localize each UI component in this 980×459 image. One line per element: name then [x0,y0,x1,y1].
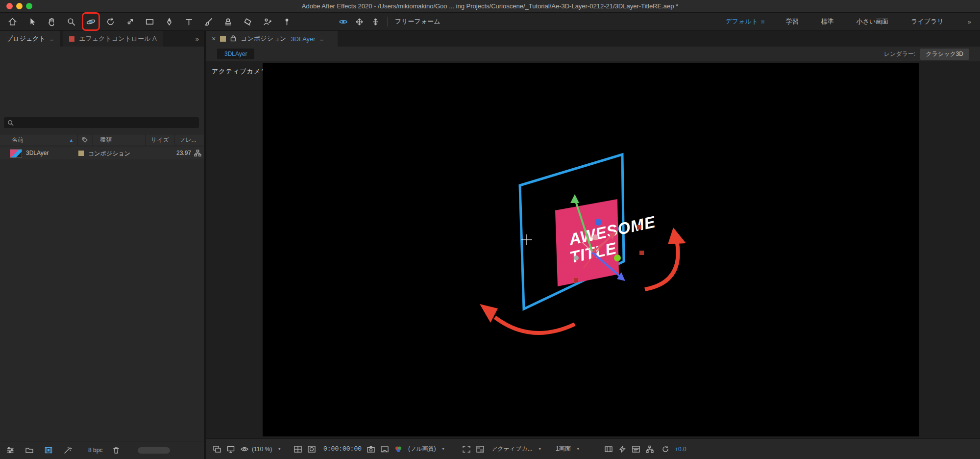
brush-tool[interactable] [202,15,215,28]
rotation-tool[interactable] [104,15,117,28]
gizmo-green-handle[interactable] [614,255,621,261]
renderer-button[interactable]: クラシック3D [920,49,969,60]
eye-icon[interactable] [240,445,249,453]
lock-icon[interactable] [230,35,236,43]
y-axis-arrowhead-icon[interactable] [570,194,579,203]
column-size[interactable]: サイズ [146,134,174,146]
rotate-arrow-right [645,243,678,289]
always-preview-icon[interactable] [213,445,221,453]
wand-icon [63,446,72,455]
mask-visibility-icon[interactable] [307,445,316,453]
sort-ascending-icon[interactable]: ▲ [69,138,74,143]
composition-panel: × コンポジション 3DLAyer ≡ 3DLAyer レンダラー: クラシック… [206,31,980,459]
display-icon[interactable] [226,445,235,453]
comp-mini-flowchart-button[interactable]: 3DLAyer [217,49,254,59]
bit-depth-button[interactable]: 8 bpc [88,447,102,454]
view-layout-select[interactable]: 1画面 ▾ [556,439,579,459]
tab-effect-controls-label: エフェクトコントロール A [79,34,156,43]
workspace-library[interactable]: ライブラリ [900,17,955,26]
minimize-window-button[interactable] [16,3,23,9]
workspace-menu-icon[interactable]: ≡ [761,18,775,26]
selection-tool[interactable] [25,15,39,28]
comp-panel-menu-icon[interactable]: ≡ [320,35,324,43]
exposure-value[interactable]: +0.0 [675,446,686,453]
tab-composition-label: コンポジション [241,34,286,43]
trash-icon [112,446,121,455]
camera-mode-group [337,13,382,30]
channel-colors-icon[interactable] [394,445,403,453]
column-label[interactable] [77,134,93,146]
composition-frame[interactable]: AWESOME TITLE [263,63,919,436]
roto-brush-tool[interactable] [261,15,274,28]
new-composition-icon [44,446,53,455]
column-type[interactable]: 種類 [93,134,146,146]
timeline-button-icon[interactable] [632,445,640,453]
close-tab-icon[interactable]: × [212,35,216,43]
home-tool[interactable] [6,15,19,28]
selection-handle[interactable] [639,251,644,255]
timecode-field[interactable]: 0:00:00:00 [323,439,362,459]
column-name[interactable]: 名前 ▲ [0,134,77,146]
camera-orbit-mode[interactable] [337,16,349,28]
take-snapshot-icon[interactable] [367,445,375,453]
composition-viewer[interactable]: アクティブカメラ AWESOME TITLE [206,61,980,439]
footer-scrollbar[interactable] [138,447,170,454]
gizmo-pink-handle[interactable] [592,234,598,240]
magnification-select[interactable]: (110 %) ▾ [252,439,280,459]
zoom-tool[interactable] [65,15,78,28]
orbit-camera-tool[interactable] [84,15,98,28]
type-tool[interactable] [182,15,196,28]
search-icon [7,120,14,126]
grid-guides-icon[interactable] [294,445,302,453]
pan-behind-tool[interactable] [123,15,137,28]
clone-stamp-tool[interactable] [221,15,235,28]
shape-tool[interactable] [143,15,156,28]
transparency-grid-icon[interactable] [476,445,485,453]
gizmo-gray-handle[interactable] [574,255,579,260]
workspace-overflow-icon[interactable]: » [955,18,971,26]
new-composition-button[interactable] [43,445,54,455]
camera-pan-mode[interactable] [353,16,366,28]
search-input[interactable] [17,119,196,127]
region-of-interest-icon[interactable] [462,445,471,453]
panel-tab-overflow-icon[interactable]: » [191,31,204,47]
pixel-aspect-icon[interactable] [604,445,613,453]
selection-handle[interactable] [637,225,641,230]
close-window-button[interactable] [6,3,13,9]
reset-exposure-icon[interactable] [661,445,670,453]
comp-flowchart-icon[interactable] [645,445,654,453]
workspace-default[interactable]: デフォルト [714,17,761,26]
fast-preview-icon[interactable] [618,445,627,453]
delete-item-button[interactable] [111,445,122,455]
hand-tool[interactable] [45,15,58,28]
dropdown-caret-icon: ▾ [577,447,579,451]
pen-tool[interactable] [163,15,176,28]
panel-menu-icon[interactable]: ≡ [50,35,54,43]
project-settings-button[interactable] [62,445,73,455]
tab-project[interactable]: プロジェクト ≡ [0,31,60,47]
workspace-standard[interactable]: 標準 [810,17,845,26]
item-frame-rate: 23.97 [166,150,191,156]
puppet-pin-tool[interactable] [280,15,294,28]
resolution-select[interactable]: (フル画質) ▾ [408,439,444,459]
composition-sub-bar: 3DLAyer レンダラー: クラシック3D [206,47,980,62]
item-label-swatch-icon[interactable] [78,151,84,156]
fullscreen-window-button[interactable] [26,3,32,9]
workspace-small-screen[interactable]: 小さい画面 [845,17,900,26]
project-search-box[interactable] [4,117,199,128]
tab-composition[interactable]: × コンポジション 3DLAyer ≡ [206,31,338,47]
eraser-tool[interactable] [241,15,254,28]
window-title: Adobe After Effects 2020 - /Users/mikiom… [49,2,931,10]
tab-effect-controls[interactable]: エフェクトコントロール A [63,31,163,47]
gizmo-blue-handle[interactable] [595,219,602,226]
hand-icon [47,17,57,27]
column-frame-rate[interactable]: フレ... [174,134,204,146]
workspace-learn[interactable]: 学習 [775,17,810,26]
interpret-footage-button[interactable] [5,445,16,455]
3d-view-select[interactable]: アクティブカ... ▾ [491,439,541,459]
show-snapshot-icon[interactable] [380,445,389,453]
project-item-row[interactable]: 3DLAyer コンポジション 23.97 [0,147,204,159]
new-folder-button[interactable] [24,445,35,455]
camera-dolly-mode[interactable] [369,16,382,28]
selection-handle[interactable] [574,278,578,282]
